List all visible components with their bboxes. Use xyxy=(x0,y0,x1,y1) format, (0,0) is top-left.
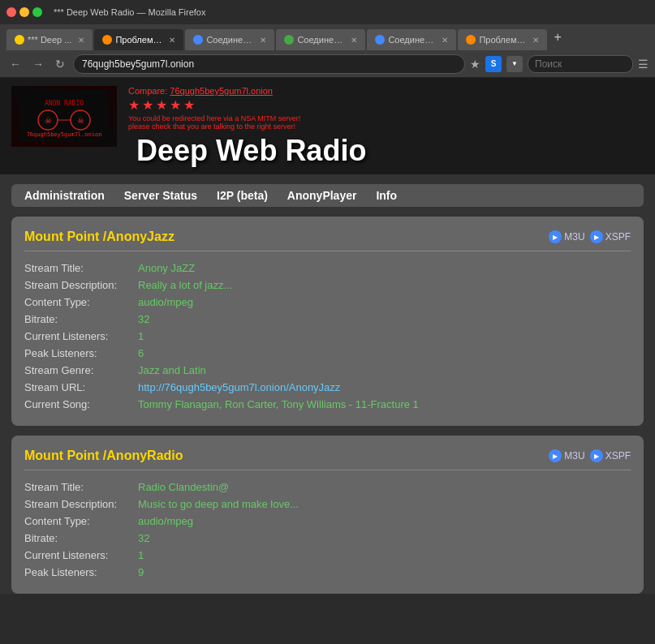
site-title: Deep Web Radio xyxy=(136,134,644,168)
table-row: Stream Description: Music to go deep and… xyxy=(24,496,631,513)
tab-2-close[interactable]: ✕ xyxy=(260,36,266,45)
mount-card-0: Mount Point /AnonyJazz ▶ M3U ▶ XSPF xyxy=(11,217,644,426)
refresh-button[interactable]: ↻ xyxy=(52,56,68,72)
tab-5[interactable]: Проблема пр... ✕ xyxy=(458,29,547,50)
xspf-label-0: XSPF xyxy=(605,231,631,243)
table-row: Current Listeners: 1 xyxy=(24,328,631,345)
mount-card-1-links: ▶ M3U ▶ XSPF xyxy=(549,449,631,462)
play-icon-m3u-0: ▶ xyxy=(549,230,562,243)
m3u-label-1: M3U xyxy=(564,450,584,462)
menu-button[interactable]: ☰ xyxy=(638,58,649,71)
field-value: audio/mpeg xyxy=(138,513,631,530)
minimize-button[interactable] xyxy=(19,7,29,17)
nav-item-info[interactable]: Info xyxy=(376,189,397,202)
forward-button[interactable]: → xyxy=(29,56,47,72)
field-value: 32 xyxy=(138,530,631,547)
nav-item-administration[interactable]: Administration xyxy=(24,189,105,202)
nav-item-anony-player[interactable]: AnonyPlayer xyxy=(287,189,357,202)
table-row: Content Type: audio/mpeg xyxy=(24,294,631,311)
tab-0-close[interactable]: ✕ xyxy=(78,36,84,45)
table-row: Stream Description: Really a lot of jazz… xyxy=(24,277,631,294)
nav-menu: Administration Server Status I2P (beta) … xyxy=(11,184,644,207)
table-row: Peak Listeners: 6 xyxy=(24,345,631,362)
table-row: Current Song: Tommy Flanagan, Ron Carter… xyxy=(24,396,631,413)
table-row: Current Listeners: 1 xyxy=(24,547,631,564)
mount-card-0-xspf-link[interactable]: ▶ XSPF xyxy=(590,230,631,243)
table-row: Stream Genre: Jazz and Latin xyxy=(24,362,631,379)
tab-4-label: Соединение... xyxy=(388,35,435,45)
url-bar[interactable]: 76qugh5bey5gum7l.onion xyxy=(73,54,465,74)
tab-2-label: Соединение... xyxy=(206,35,253,45)
svg-text:76qugh5bey5gum7l.onion: 76qugh5bey5gum7l.onion xyxy=(27,131,102,138)
field-value: Really a lot of jazz... xyxy=(138,277,631,294)
tab-5-favicon xyxy=(466,35,476,45)
tab-5-label: Проблема пр... xyxy=(479,35,526,45)
new-tab-button[interactable]: + xyxy=(549,30,566,45)
tab-5-close[interactable]: ✕ xyxy=(532,36,539,45)
site-logo: ANON RADIO ☠ ☠ 76qugh5bey5gum7l.onion xyxy=(11,86,117,147)
field-label: Peak Listeners: xyxy=(24,564,138,581)
site-header: ANON RADIO ☠ ☠ 76qugh5bey5gum7l.onion xyxy=(0,78,655,174)
mount-card-0-table: Stream Title: Anony JaZZ Stream Descript… xyxy=(24,260,631,413)
extension-icon-2[interactable]: ▼ xyxy=(506,56,523,72)
play-icon-xspf-1: ▶ xyxy=(590,449,603,462)
table-row: Stream Title: Anony JaZZ xyxy=(24,260,631,277)
mount-card-0-links: ▶ M3U ▶ XSPF xyxy=(549,230,631,243)
field-value: 6 xyxy=(138,345,631,362)
svg-text:☠: ☠ xyxy=(77,116,84,125)
field-value: Jazz and Latin xyxy=(138,362,631,379)
page-inner: ANON RADIO ☠ ☠ 76qugh5bey5gum7l.onion xyxy=(0,78,655,594)
field-label: Peak Listeners: xyxy=(24,345,138,362)
field-label: Current Song: xyxy=(24,396,138,413)
tab-4-close[interactable]: ✕ xyxy=(442,36,448,45)
tab-3-label: Соединение... xyxy=(297,35,344,45)
search-input[interactable] xyxy=(528,55,633,73)
mount-card-1-m3u-link[interactable]: ▶ M3U xyxy=(549,449,584,462)
field-value: Radio Clandestin@ xyxy=(138,479,631,496)
field-label: Stream Title: xyxy=(24,479,138,496)
window-title: *** Deep Web Radio — Mozilla Firefox xyxy=(54,7,205,17)
mount-card-1: Mount Point /AnonyRadio ▶ M3U ▶ XSPF xyxy=(11,436,644,594)
tab-2[interactable]: Соединение... ✕ xyxy=(185,29,274,50)
table-row: Bitrate: 32 xyxy=(24,311,631,328)
back-button[interactable]: ← xyxy=(6,56,24,72)
stream-url-link-0[interactable]: http://76qugh5bey5gum7l.onion/AnonyJazz xyxy=(138,381,340,393)
tab-2-favicon xyxy=(193,35,203,45)
nav-item-server-status[interactable]: Server Status xyxy=(124,189,197,202)
tab-0-label: *** Deep ... xyxy=(28,35,71,45)
field-label: Content Type: xyxy=(24,513,138,530)
field-value: Tommy Flanagan, Ron Carter, Tony William… xyxy=(138,396,631,413)
bookmark-icon[interactable]: ★ xyxy=(470,58,480,71)
nav-item-i2p-beta[interactable]: I2P (beta) xyxy=(217,189,268,202)
table-row: Stream URL: http://76qugh5bey5gum7l.onio… xyxy=(24,379,631,396)
tab-0-favicon xyxy=(15,35,24,45)
browser-window: *** Deep Web Radio — Mozilla Firefox ***… xyxy=(0,0,655,594)
extension-icon-1[interactable]: S xyxy=(485,56,502,72)
tab-0[interactable]: *** Deep ... ✕ xyxy=(6,29,93,50)
tab-3-close[interactable]: ✕ xyxy=(351,36,357,45)
tab-1-close[interactable]: ✕ xyxy=(169,36,175,45)
field-label: Stream URL: xyxy=(24,379,138,396)
svg-text:☠: ☠ xyxy=(45,116,52,125)
field-value: audio/mpeg xyxy=(138,294,631,311)
close-button[interactable] xyxy=(6,7,16,17)
mount-card-1-header: Mount Point /AnonyRadio ▶ M3U ▶ XSPF xyxy=(24,449,631,470)
m3u-label-0: M3U xyxy=(564,231,584,243)
tab-3-favicon xyxy=(284,35,294,45)
tab-3[interactable]: Соединение... ✕ xyxy=(276,29,365,50)
tab-1[interactable]: Проблема пр... ✕ xyxy=(94,29,183,50)
compare-bar: Compare: 76qugh5bey5gum7l.onion xyxy=(128,86,644,96)
title-bar: *** Deep Web Radio — Mozilla Firefox xyxy=(0,0,655,24)
tab-4[interactable]: Соединение... ✕ xyxy=(367,29,456,50)
nav-bar: ← → ↻ 76qugh5bey5gum7l.onion ★ S ▼ ☰ xyxy=(0,50,655,78)
field-value: 9 xyxy=(138,564,631,581)
maximize-button[interactable] xyxy=(32,7,42,17)
tab-1-label: Проблема пр... xyxy=(115,35,162,45)
window-controls xyxy=(6,7,42,17)
field-value: Anony JaZZ xyxy=(138,260,631,277)
field-label: Current Listeners: xyxy=(24,547,138,564)
mount-card-1-table: Stream Title: Radio Clandestin@ Stream D… xyxy=(24,479,631,581)
mount-card-0-m3u-link[interactable]: ▶ M3U xyxy=(549,230,584,243)
tab-bar: *** Deep ... ✕ Проблема пр... ✕ Соединен… xyxy=(0,24,655,50)
mount-card-1-xspf-link[interactable]: ▶ XSPF xyxy=(590,449,631,462)
